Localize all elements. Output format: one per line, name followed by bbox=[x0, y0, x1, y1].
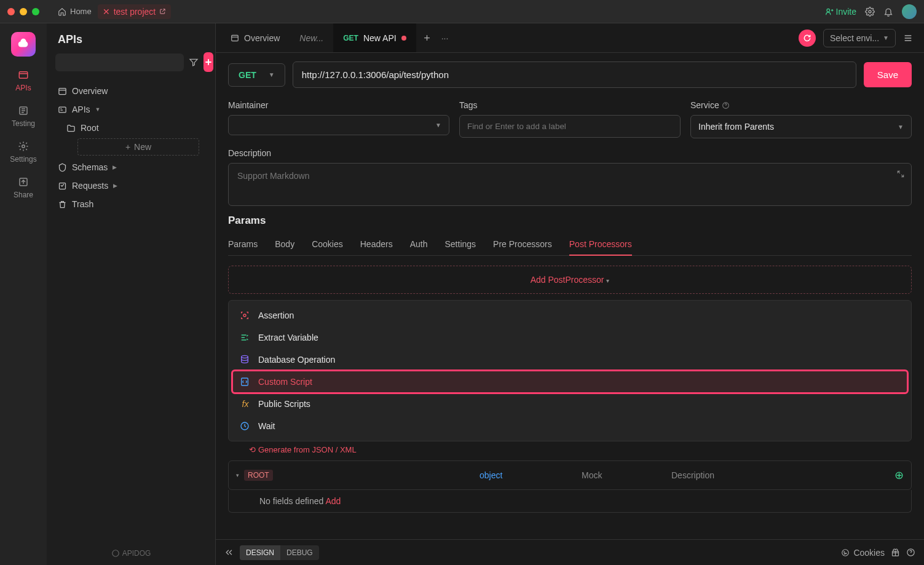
tree-requests[interactable]: Requests ▶ bbox=[49, 176, 213, 195]
subtab-params[interactable]: Params bbox=[228, 233, 258, 255]
menu-icon[interactable] bbox=[903, 33, 913, 43]
help-icon[interactable] bbox=[906, 548, 915, 557]
tree-requests-label: Requests bbox=[72, 181, 108, 191]
tab-overview-icon bbox=[231, 34, 239, 42]
subtab-post-processors[interactable]: Post Processors bbox=[569, 233, 632, 255]
close-icon[interactable]: ✕ bbox=[103, 7, 110, 17]
add-button[interactable] bbox=[203, 52, 213, 72]
add-field-button[interactable]: ⊕ bbox=[894, 468, 904, 482]
iconbar-testing[interactable]: Testing bbox=[12, 105, 35, 128]
menu-custom-label: Custom Script bbox=[258, 377, 312, 387]
tab-new[interactable]: New... bbox=[290, 23, 333, 52]
window-controls bbox=[7, 8, 39, 15]
mode-debug[interactable]: DEBUG bbox=[280, 545, 319, 560]
maximize-window[interactable] bbox=[32, 8, 39, 15]
method-label: GET bbox=[239, 70, 256, 80]
mode-design[interactable]: DESIGN bbox=[240, 545, 280, 560]
description-input[interactable]: Support Markdown bbox=[228, 163, 912, 206]
subtab-headers[interactable]: Headers bbox=[360, 233, 393, 255]
minimize-window[interactable] bbox=[20, 8, 27, 15]
collapse-icon[interactable] bbox=[224, 548, 234, 557]
tree-root-label: Root bbox=[81, 123, 99, 133]
help-icon[interactable] bbox=[722, 101, 730, 109]
invite-button[interactable]: Invite bbox=[825, 7, 856, 17]
subtab-body[interactable]: Body bbox=[275, 233, 294, 255]
menu-assertion[interactable]: Assertion bbox=[232, 304, 907, 326]
tab-new-label: New... bbox=[299, 33, 323, 43]
method-select[interactable]: GET ▼ bbox=[228, 63, 285, 87]
tree-trash-label: Trash bbox=[72, 199, 93, 209]
invite-label: Invite bbox=[836, 7, 856, 17]
project-tab-label: test project bbox=[114, 7, 156, 17]
postprocessor-menu: Assertion Extract Variable Database Oper… bbox=[228, 300, 912, 441]
caret-icon[interactable]: ▾ bbox=[236, 472, 239, 478]
refresh-button[interactable] bbox=[799, 30, 816, 47]
bell-icon[interactable] bbox=[883, 7, 893, 17]
add-postprocessor-button[interactable]: Add PostProcessor ▾ bbox=[228, 266, 912, 294]
menu-public-scripts[interactable]: fx Public Scripts bbox=[232, 393, 907, 415]
gift-icon[interactable] bbox=[891, 548, 900, 557]
requests-icon bbox=[58, 181, 67, 191]
footer-cookies[interactable]: Cookies bbox=[841, 548, 885, 558]
menu-extract-variable[interactable]: Extract Variable bbox=[232, 326, 907, 349]
new-item-button[interactable]: + New bbox=[77, 138, 199, 156]
iconbar-apis-label: APIs bbox=[15, 84, 31, 92]
generate-link[interactable]: ⟲Generate from JSON / XML bbox=[228, 441, 912, 457]
schemas-icon bbox=[58, 163, 67, 172]
expand-icon[interactable] bbox=[896, 170, 905, 178]
menu-public-label: Public Scripts bbox=[258, 399, 310, 409]
tree-root[interactable]: Root bbox=[49, 119, 213, 137]
filter-button[interactable] bbox=[189, 52, 199, 72]
iconbar-settings-label: Settings bbox=[10, 155, 36, 164]
svg-point-4 bbox=[22, 145, 25, 148]
tab-overview[interactable]: Overview bbox=[221, 23, 290, 52]
iconbar-apis[interactable]: APIs bbox=[15, 69, 31, 92]
environment-select[interactable]: Select envi... ▼ bbox=[823, 29, 896, 47]
subtab-auth[interactable]: Auth bbox=[410, 233, 428, 255]
iconbar-share[interactable]: Share bbox=[14, 176, 33, 199]
tree-overview-label: Overview bbox=[72, 86, 108, 96]
tags-input[interactable] bbox=[459, 115, 681, 138]
menu-wait[interactable]: Wait bbox=[232, 415, 907, 437]
tree-overview[interactable]: Overview bbox=[49, 82, 213, 100]
menu-db-label: Database Operation bbox=[258, 355, 335, 365]
schema-type[interactable]: object bbox=[480, 470, 572, 480]
home-button[interactable]: Home bbox=[52, 4, 98, 18]
iconbar-settings[interactable]: Settings bbox=[10, 140, 36, 164]
search-input[interactable] bbox=[55, 53, 184, 71]
url-input[interactable] bbox=[293, 61, 856, 88]
tree-apis[interactable]: APIs ▼ bbox=[49, 100, 213, 119]
sidebar: APIs Overview APIs ▼ bbox=[47, 23, 216, 565]
svg-point-14 bbox=[242, 355, 248, 358]
project-tab[interactable]: ✕ test project bbox=[98, 4, 171, 19]
footer-bar: DESIGN DEBUG Cookies bbox=[216, 539, 924, 565]
schema-root-row: ▾ ROOT object Mock Description ⊕ bbox=[228, 460, 912, 490]
titlebar: Home ✕ test project Invite bbox=[0, 0, 924, 23]
subtab-cookies[interactable]: Cookies bbox=[312, 233, 343, 255]
titlebar-right: Invite bbox=[825, 4, 917, 19]
subtab-settings[interactable]: Settings bbox=[444, 233, 476, 255]
menu-database-operation[interactable]: Database Operation bbox=[232, 349, 907, 371]
subtab-pre-processors[interactable]: Pre Processors bbox=[493, 233, 552, 255]
menu-custom-script[interactable]: Custom Script bbox=[232, 371, 907, 393]
maintainer-select[interactable]: ▼ bbox=[228, 115, 449, 135]
brand-label: APIDOG bbox=[122, 549, 151, 558]
close-window[interactable] bbox=[7, 8, 15, 15]
maintainer-label: Maintainer bbox=[228, 100, 449, 110]
settings-icon[interactable] bbox=[865, 7, 875, 17]
menu-wait-label: Wait bbox=[258, 421, 275, 431]
avatar[interactable] bbox=[902, 4, 917, 19]
tree-schemas-label: Schemas bbox=[72, 162, 108, 172]
assertion-icon bbox=[240, 310, 251, 320]
save-button[interactable]: Save bbox=[864, 62, 912, 87]
tab-more[interactable]: ··· bbox=[438, 23, 452, 52]
tab-add[interactable] bbox=[416, 23, 438, 52]
tab-method: GET bbox=[343, 34, 358, 42]
chevron-down-icon: ▼ bbox=[883, 34, 889, 41]
svg-point-1 bbox=[869, 10, 871, 13]
tree-schemas[interactable]: Schemas ▶ bbox=[49, 158, 213, 176]
tree-trash[interactable]: Trash bbox=[49, 195, 213, 213]
service-select[interactable]: Inherit from Parents▼ bbox=[690, 115, 912, 138]
tab-new-api[interactable]: GET New API bbox=[333, 23, 416, 52]
add-link[interactable]: Add bbox=[325, 496, 341, 506]
